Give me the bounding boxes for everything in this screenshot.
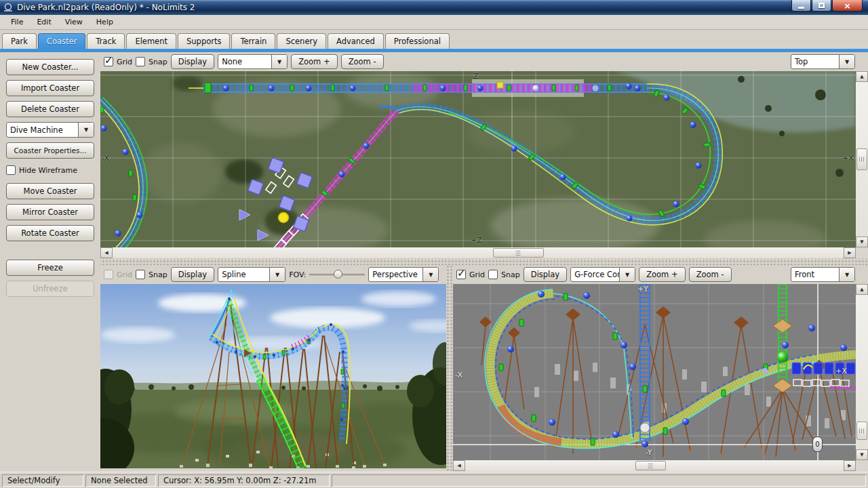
scrollbar-corner (856, 460, 868, 471)
scroll-left-button[interactable]: ◀ (100, 247, 113, 258)
checkbox-box (136, 57, 145, 66)
scroll-down-button[interactable]: ▼ (856, 449, 868, 460)
top-grid-checkbox[interactable]: ✓Grid (104, 57, 132, 66)
restore-button[interactable] (812, 0, 831, 12)
freeze-button[interactable]: Freeze (6, 260, 94, 276)
tab-park[interactable]: Park (2, 33, 37, 49)
top-viewport-canvas[interactable]: -Z +Z -X +X (100, 71, 856, 247)
perspective-snap-checkbox[interactable]: Snap (136, 270, 167, 279)
select-arrow-button[interactable]: ▼ (269, 268, 285, 281)
front-display-button[interactable]: Display (524, 267, 567, 282)
vertical-splitter[interactable] (446, 265, 453, 472)
scroll-right-button[interactable]: ▶ (844, 247, 856, 258)
minimize-button[interactable] (791, 0, 811, 12)
scrollbar-thumb[interactable] (856, 148, 867, 170)
tab-professional[interactable]: Professional (385, 33, 450, 49)
display-mode-value: Spline (218, 270, 269, 279)
close-button[interactable]: × (832, 0, 863, 12)
perspective-display-button[interactable]: Display (171, 267, 214, 282)
unfreeze-button[interactable]: Unfreeze (6, 281, 94, 297)
menu-edit[interactable]: Edit (30, 16, 58, 28)
tab-element[interactable]: Element (126, 33, 176, 49)
tab-advanced[interactable]: Advanced (328, 33, 384, 49)
coaster-select[interactable]: Dive Machine ▼ (6, 122, 94, 138)
delete-coaster-button[interactable]: Delete Coaster (6, 101, 94, 117)
scrollbar-track[interactable] (856, 82, 868, 237)
move-coaster-button[interactable]: Move Coaster (6, 183, 94, 199)
new-coaster-button[interactable]: New Coaster... (6, 59, 94, 75)
top-snap-checkbox[interactable]: Snap (136, 57, 167, 66)
scroll-left-icon: ◀ (104, 250, 108, 256)
tab-coaster[interactable]: Coaster (38, 33, 85, 49)
select-arrow-button[interactable]: ▼ (619, 268, 635, 281)
front-zoom-out-button[interactable]: Zoom - (689, 267, 732, 282)
top-vertical-scrollbar[interactable]: ▲ ▼ (856, 71, 868, 247)
scrollbar-track[interactable] (113, 247, 844, 258)
front-vertical-scrollbar[interactable]: ▲ ▼ (856, 284, 868, 460)
select-arrow-button[interactable]: ▼ (839, 268, 854, 281)
select-arrow-button[interactable]: ▼ (422, 268, 438, 281)
top-view-select[interactable]: Top ▼ (791, 54, 855, 69)
tab-scenery[interactable]: Scenery (277, 33, 326, 49)
top-horizontal-scrollbar[interactable]: ◀ ▶ (100, 247, 856, 258)
front-grid-checkbox[interactable]: ✓Grid (456, 270, 485, 279)
main-tab-bar: Park Coaster Track Element Supports Terr… (0, 30, 868, 49)
scrollbar-thumb[interactable] (493, 248, 544, 258)
app-icon (3, 3, 13, 12)
fov-slider-thumb[interactable] (334, 270, 342, 279)
front-snap-checkbox[interactable]: Snap (488, 270, 520, 279)
tab-track[interactable]: Track (87, 33, 125, 49)
tab-supports[interactable]: Supports (178, 33, 230, 49)
hide-wireframe-checkbox[interactable]: Hide Wireframe (6, 165, 94, 175)
status-mode: Select/Modify (2, 474, 83, 487)
front-viewport-canvas[interactable]: +Y -Y -X +X 0 (453, 284, 856, 460)
perspective-grid-checkbox[interactable]: Grid (104, 270, 132, 279)
horizontal-splitter[interactable] (100, 258, 868, 265)
coaster-sidebar: New Coaster... Import Coaster Delete Coa… (0, 52, 100, 472)
checkbox-box (488, 270, 498, 279)
tab-terrain[interactable]: Terrain (231, 33, 275, 49)
coaster-select-arrow-button[interactable]: ▼ (78, 123, 94, 137)
perspective-view-scene (100, 284, 446, 468)
menu-file[interactable]: File (4, 16, 30, 28)
scrollbar-thumb[interactable] (856, 422, 867, 440)
scrollbar-thumb[interactable] (635, 461, 666, 470)
title-bar: Dive Park.nl2park (ReadOnly) * - NoLimit… (0, 0, 868, 15)
scroll-up-button[interactable]: ▲ (856, 284, 868, 295)
front-zoom-in-button[interactable]: Zoom + (639, 267, 685, 282)
menu-view[interactable]: View (58, 16, 90, 28)
mirror-coaster-button[interactable]: Mirror Coaster (6, 204, 94, 220)
front-display-mode-select[interactable]: G-Force Comb ▼ (570, 267, 635, 282)
checkmark-icon: ✓ (457, 267, 466, 279)
top-display-mode-select[interactable]: None ▼ (218, 54, 288, 69)
perspective-viewport-canvas[interactable] (100, 284, 446, 468)
chevron-down-icon: ▼ (429, 272, 433, 278)
menu-help[interactable]: Help (90, 16, 120, 28)
fov-label: FOV: (289, 270, 306, 279)
front-view-select[interactable]: Front ▼ (791, 267, 855, 282)
scroll-right-button[interactable]: ▶ (844, 460, 856, 471)
scroll-up-button[interactable]: ▲ (856, 71, 868, 82)
fov-slider[interactable] (309, 269, 365, 280)
top-display-button[interactable]: Display (171, 54, 214, 69)
import-coaster-button[interactable]: Import Coaster (6, 80, 94, 96)
front-horizontal-scrollbar[interactable]: ◀ ▶ (453, 460, 856, 471)
scroll-left-button[interactable]: ◀ (453, 460, 465, 471)
scroll-left-icon: ◀ (457, 463, 460, 468)
top-zoom-in-button[interactable]: Zoom + (291, 54, 337, 69)
scroll-down-button[interactable]: ▼ (856, 237, 868, 247)
rotate-coaster-button[interactable]: Rotate Coaster (6, 225, 94, 241)
perspective-view-select[interactable]: Perspective ▼ (368, 267, 439, 282)
axis-origin-handle[interactable]: 0 (812, 436, 823, 452)
scrollbar-track[interactable] (465, 460, 844, 471)
minimize-icon (798, 7, 804, 9)
select-arrow-button[interactable]: ▼ (839, 55, 854, 68)
top-zoom-out-button[interactable]: Zoom - (341, 54, 384, 69)
scroll-up-icon: ▲ (860, 287, 863, 292)
scrollbar-track[interactable] (856, 295, 868, 449)
perspective-display-mode-select[interactable]: Spline ▼ (218, 267, 285, 282)
select-arrow-button[interactable]: ▼ (271, 55, 287, 68)
coaster-properties-button[interactable]: Coaster Properties... (6, 142, 94, 159)
window-title: Dive Park.nl2park (ReadOnly) * - NoLimit… (17, 3, 195, 12)
checkbox-box (6, 165, 16, 175)
